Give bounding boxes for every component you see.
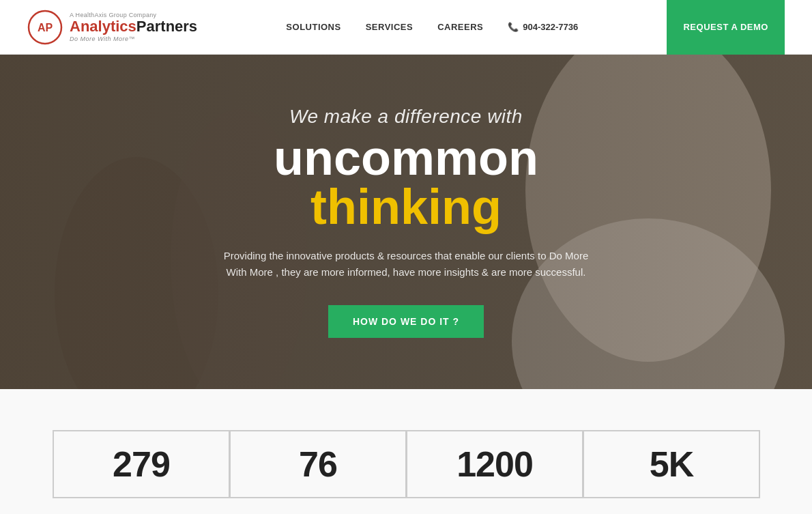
nav-solutions[interactable]: SOLUTIONS [286,22,340,32]
logo-subtitle: Do More With More™ [70,35,197,42]
hero-title-white: uncommon [274,130,538,185]
hero-title: uncommon thinking [181,133,631,231]
stat-box-2: 76 [229,430,407,498]
logo-analytics: Analytics [70,18,136,35]
hero-content: We make a difference with uncommon think… [167,106,645,338]
main-nav: SOLUTIONS SERVICES CAREERS 📞 904-322-773… [286,22,578,32]
logo-partners: Partners [136,18,197,35]
stat-number-2: 76 [299,444,337,485]
logo-text-area: A HealthAxis Group Company AnalyticsPart… [70,12,197,42]
phone-link[interactable]: 📞 904-322-7736 [508,22,578,32]
phone-icon: 📞 [508,22,519,32]
logo-icon: AP [27,10,63,45]
stat-number-3: 1200 [456,444,533,485]
header: AP A HealthAxis Group Company AnalyticsP… [0,0,812,55]
stat-box-1: 279 [53,430,230,498]
stat-number-1: 279 [113,444,170,485]
stat-box-3: 1200 [406,430,583,498]
hero-title-yellow: thinking [310,180,502,234]
logo-brand: AnalyticsPartners [70,18,197,35]
stats-section: 279 76 1200 5K [0,389,812,514]
phone-number: 904-322-7736 [523,22,578,32]
hero-section: We make a difference with uncommon think… [0,55,812,389]
hero-description: Providing the innovative products & reso… [218,248,594,281]
logo-area: AP A HealthAxis Group Company AnalyticsP… [27,10,197,45]
nav-careers[interactable]: CAREERS [437,22,483,32]
svg-text:AP: AP [38,22,53,33]
stat-number-4: 5K [650,444,693,485]
hero-subtitle: We make a difference with [181,106,631,128]
how-we-do-it-button[interactable]: HOW DO WE DO IT ? [328,305,484,338]
request-demo-button[interactable]: REQUEST A DEMO [667,0,785,55]
nav-services[interactable]: SERVICES [366,22,414,32]
stat-box-4: 5K [583,430,760,498]
